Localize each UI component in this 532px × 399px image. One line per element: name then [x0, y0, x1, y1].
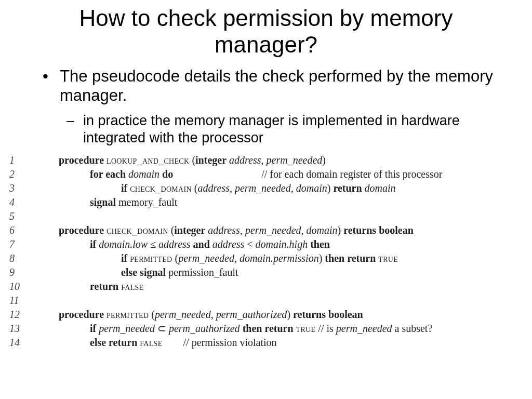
slide: How to check permission by memory manage… — [0, 0, 532, 399]
code-line-2: 2 for each domain do // for each domain … — [9, 167, 516, 181]
code-line-10: 10 return false — [9, 280, 516, 294]
line-number: 9 — [9, 265, 25, 280]
line-number: 3 — [9, 181, 25, 195]
code-line-3: 3 if check_domain (address, perm_needed,… — [9, 181, 516, 195]
line-number: 5 — [9, 209, 25, 223]
line-number: 12 — [9, 308, 25, 322]
line-number: 7 — [9, 237, 25, 251]
code-line-13: 13 if perm_needed ⊂ perm_authorized then… — [9, 322, 516, 336]
line-number: 14 — [9, 336, 25, 350]
code-line-11: 11 — [9, 294, 516, 308]
line-number: 4 — [9, 195, 25, 209]
line-number: 6 — [9, 223, 25, 237]
line-number: 2 — [9, 167, 25, 181]
line-number: 1 — [9, 153, 25, 167]
code-line-14: 14 else return false // permission viola… — [9, 336, 516, 350]
line-number: 11 — [9, 294, 25, 308]
code-line-4: 4 signal memory_fault — [9, 195, 516, 209]
slide-title: How to check permission by memory manage… — [0, 0, 532, 58]
code-line-1: 1 procedure lookup_and_check (integer ad… — [9, 153, 516, 167]
line-number: 10 — [9, 280, 25, 294]
line-number: 8 — [9, 251, 25, 265]
code-line-12: 12 procedure permitted (perm_needed, per… — [9, 308, 516, 322]
line-number: 13 — [9, 322, 25, 336]
code-line-9: 9 else signal permission_fault — [9, 265, 516, 280]
code-line-5: 5 — [9, 209, 516, 223]
code-line-6: 6 procedure check_domain (integer addres… — [9, 223, 516, 237]
bullet-sub: in practice the memory manager is implem… — [0, 105, 532, 146]
pseudocode-block: 1 procedure lookup_and_check (integer ad… — [0, 146, 532, 350]
bullet-main: The pseudocode details the check perform… — [0, 58, 532, 105]
code-line-7: 7 if domain.low ≤ address and address < … — [9, 237, 516, 251]
code-line-8: 8 if permitted (perm_needed, domain.perm… — [9, 251, 516, 265]
